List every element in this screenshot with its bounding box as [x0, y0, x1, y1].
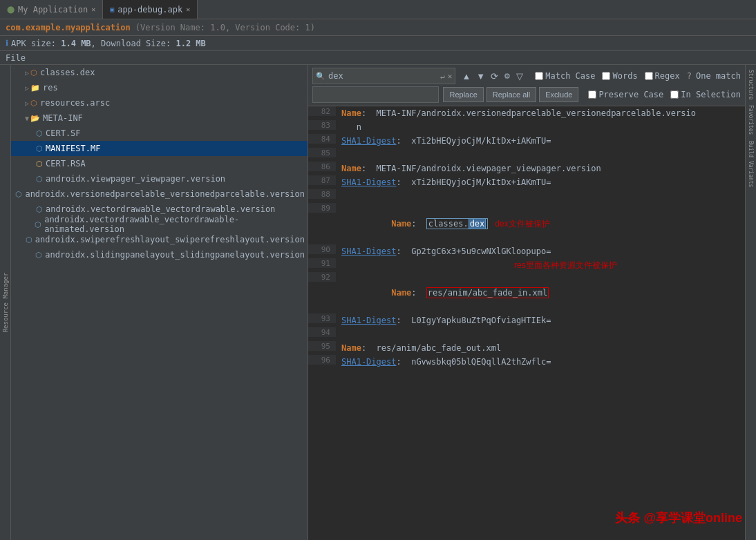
tree-item-vectordrawable-animated[interactable]: ⬡ androidx.vectordrawable_vectordrawable… [11, 217, 308, 232]
regex-help-icon[interactable]: ? [687, 71, 692, 81]
file-menu[interactable]: File [0, 51, 756, 65]
dex-annotation: dex文件被保护 [495, 219, 549, 229]
line-content: SHA1-Digest: nGvwsbkq05blQEQqllA2thZwflc… [336, 355, 745, 369]
dex-icon: ⬡ [30, 68, 37, 77]
match-case-checkbox[interactable]: Match Case [535, 71, 595, 81]
tree-item-versionedparcelable[interactable]: ⬡ androidx.versionedparcelable_versioned… [11, 186, 308, 202]
tab-app-debug[interactable]: ▣ app-debug.apk ✕ [103, 0, 198, 19]
tab-close-app-debug[interactable]: ✕ [186, 6, 190, 13]
line-content: SHA1-Digest: Gp2tgC6x3+5u9cwNXlGKloopupo… [336, 244, 745, 258]
code-line: 96 SHA1-Digest: nGvwsbkq05blQEQqllA2thZw… [308, 355, 745, 369]
file-menu-label[interactable]: File [6, 53, 26, 63]
code-line-92: 92 Name: res/anim/abc_fade_in.xml [308, 272, 745, 314]
tree-item-manifest[interactable]: ⬡ MANIFEST.MF [11, 141, 308, 156]
search-nav-buttons: ▲ ▼ ⟳ ⚙ ▽ [460, 70, 525, 82]
line-number: 90 [308, 244, 336, 254]
tree-item-meta-inf[interactable]: ▼ 📂 META-INF [11, 110, 308, 126]
code-line: 82 Name: META-INF/androidx.versionedparc… [308, 106, 745, 120]
tab-close-my-application[interactable]: ✕ [91, 6, 95, 13]
line-number: 89 [308, 203, 336, 213]
package-name: com.example.myapplication [6, 23, 131, 32]
right-tab-favorites[interactable]: Favorites [747, 103, 755, 137]
replace-all-button[interactable]: Replace all [486, 87, 536, 102]
tab-bar: ⬤ My Application ✕ ▣ app-debug.apk ✕ [0, 0, 756, 19]
in-selection-label: In Selection [681, 90, 741, 99]
prev-match-button[interactable]: ▲ [460, 70, 473, 82]
expand-arrow: ▼ [25, 115, 29, 122]
regex-input[interactable] [645, 72, 653, 80]
match-case-input[interactable] [535, 72, 543, 80]
search-close-icon[interactable]: ✕ [448, 72, 453, 81]
tree-item-cert-rsa[interactable]: ⬡ CERT.RSA [11, 156, 308, 171]
rsa-icon: ⬡ [36, 160, 43, 168]
tree-item-viewpager-version[interactable]: ⬡ androidx.viewpager_viewpager.version [11, 171, 308, 186]
in-selection-checkbox[interactable]: In Selection [670, 90, 741, 99]
version-icon: ⬡ [35, 220, 41, 229]
arsc-icon: ⬡ [30, 99, 37, 108]
line-number: 83 [308, 120, 336, 130]
line-content: n [336, 120, 745, 134]
main-layout: Resource Manager ▷ ⬡ classes.dex ▷ 📁 res… [0, 65, 756, 540]
tree-item-res[interactable]: ▷ 📁 res [11, 80, 308, 95]
tree-label: resources.arsc [40, 98, 110, 108]
code-line: 93 SHA1-Digest: L0IgyYapku8uZtPqOfviagHT… [308, 314, 745, 327]
search-bar: 🔍 ↵ ✕ ▲ ▼ ⟳ ⚙ ▽ Match Case [308, 65, 745, 106]
tree-label: META-INF [43, 113, 83, 123]
code-line: 87 SHA1-Digest: xTi2bHEQyjoCjM/kItDx+iAK… [308, 175, 745, 189]
tree-label: androidx.versionedparcelable_versionedpa… [25, 189, 305, 199]
tree-label: classes.dex [40, 68, 95, 77]
search-input[interactable] [328, 71, 437, 81]
search-options-button[interactable]: ⚙ [502, 71, 513, 81]
tree-item-swiperefresh[interactable]: ⬡ androidx.swiperefreshlayout_swiperefre… [11, 232, 308, 247]
left-sidebar: Resource Manager [0, 65, 11, 540]
replace-buttons: Replace Replace all Exclude [443, 87, 578, 102]
line-content: Name: res/anim/abc_fade_in.xml [336, 272, 745, 314]
version-icon: ⬡ [15, 190, 22, 199]
tree-item-slidingpane[interactable]: ⬡ androidx.slidingpanelayout_slidingpane… [11, 247, 308, 262]
words-checkbox[interactable]: Words [602, 71, 637, 81]
enter-icon: ↵ [440, 72, 445, 81]
refresh-button[interactable]: ⟳ [489, 70, 500, 82]
info-icon: ℹ [6, 39, 8, 48]
exclude-button[interactable]: Exclude [539, 87, 578, 102]
tree-label: androidx.viewpager_viewpager.version [46, 174, 225, 184]
apk-info-bar: ℹ APK size: 1.4 MB, Download Size: 1.2 M… [0, 36, 756, 51]
tab-my-application[interactable]: ⬤ My Application ✕ [0, 0, 103, 19]
code-line: 86 Name: META-INF/androidx.viewpager_vie… [308, 162, 745, 175]
checkbox-group-bottom: Preserve Case In Selection [588, 90, 741, 99]
version-icon: ⬡ [35, 251, 42, 260]
expand-arrow: ▷ [25, 69, 29, 77]
replace-input[interactable] [316, 90, 435, 99]
regex-label: Regex [655, 71, 680, 81]
preserve-case-input[interactable] [588, 90, 596, 99]
line-content: res里面各种资源文件被保护 [336, 258, 745, 272]
search-row1: 🔍 ↵ ✕ ▲ ▼ ⟳ ⚙ ▽ Match Case [312, 68, 741, 84]
code-line-91: 91 res里面各种资源文件被保护 [308, 258, 745, 272]
app-icon: ⬤ [7, 6, 15, 13]
filter-button[interactable]: ▽ [514, 70, 525, 82]
line-content: Name: res/anim/abc_fade_out.xml [336, 341, 745, 355]
next-match-button[interactable]: ▼ [474, 70, 487, 82]
right-tab-structure[interactable]: Structure [747, 68, 755, 102]
tree-item-resources[interactable]: ▷ ⬡ resources.arsc [11, 95, 308, 110]
replace-button[interactable]: Replace [443, 87, 483, 102]
tree-item-cert-sf[interactable]: ⬡ CERT.SF [11, 126, 308, 141]
tab-label-app-debug: app-debug.apk [117, 5, 182, 15]
line-number: 88 [308, 189, 336, 199]
code-line: 88 [308, 189, 745, 203]
tree-label: androidx.vectordrawable_vectordrawable.v… [46, 204, 275, 214]
regex-checkbox[interactable]: Regex [645, 71, 680, 81]
preserve-case-checkbox[interactable]: Preserve Case [588, 90, 663, 99]
tree-item-classes-dex[interactable]: ▷ ⬡ classes.dex [11, 65, 308, 80]
folder-icon: 📂 [30, 114, 40, 123]
res-annotation: res里面各种资源文件被保护 [514, 260, 617, 270]
red-box-highlight: res/anim/abc_fade_in.xml [426, 287, 549, 298]
words-label: Words [612, 71, 637, 81]
in-selection-input[interactable] [670, 90, 679, 99]
right-tab-variants[interactable]: Build Variants [747, 139, 755, 189]
search-input-wrap[interactable]: 🔍 ↵ ✕ [312, 68, 455, 84]
code-editor[interactable]: 82 Name: META-INF/androidx.versionedparc… [308, 106, 745, 540]
replace-input-wrap[interactable] [312, 86, 439, 103]
version-icon: ⬡ [26, 235, 32, 244]
words-input[interactable] [602, 72, 610, 80]
